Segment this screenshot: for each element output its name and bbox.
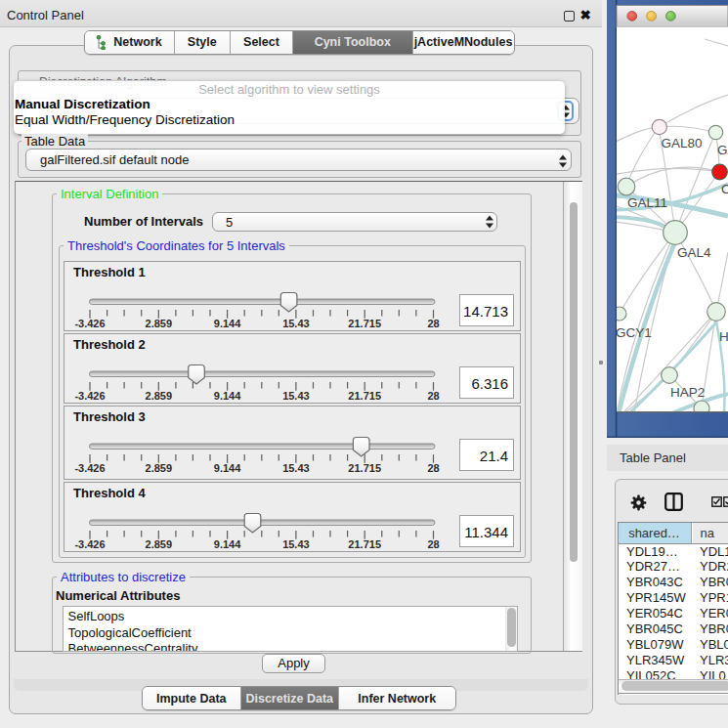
svg-text:GAL80: GAL80 [662, 136, 703, 150]
svg-text:GA: GA [717, 143, 728, 157]
svg-text:HI: HI [719, 329, 728, 344]
svg-text:HAP2: HAP2 [670, 385, 705, 400]
svg-text:GAL4: GAL4 [677, 245, 711, 260]
svg-text:GCY1: GCY1 [616, 325, 652, 340]
svg-text:C.: C. [721, 182, 728, 196]
svg-text:GAL11: GAL11 [627, 195, 667, 210]
